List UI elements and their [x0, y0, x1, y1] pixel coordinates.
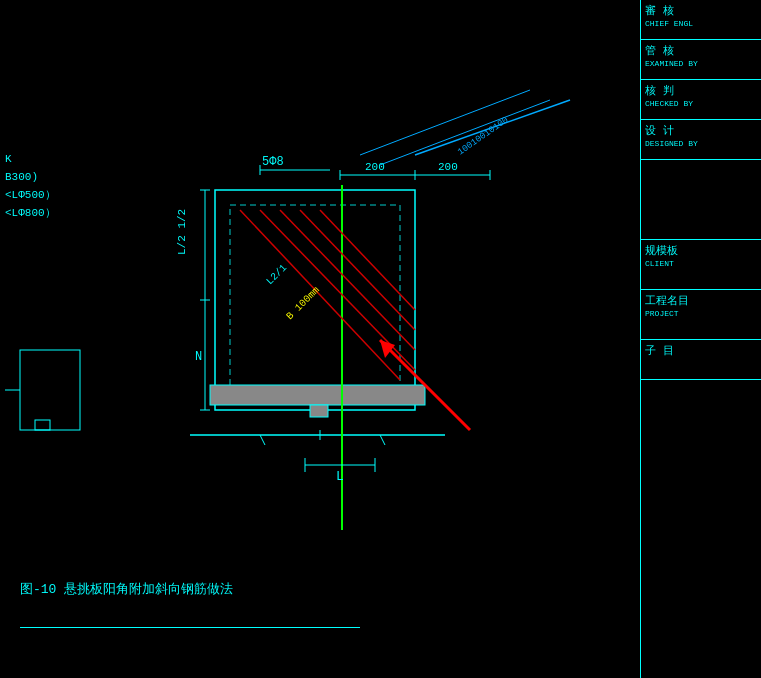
- svg-text:N: N: [195, 350, 202, 364]
- left-ann-3: <LΦ500）: [5, 186, 56, 204]
- cad-drawing: L L2/1 B 100mm: [0, 0, 640, 580]
- svg-text:10010010100: 10010010100: [456, 115, 510, 157]
- examined-by-label: EXAMINED BY: [645, 59, 757, 68]
- svg-text:B 100mm: B 100mm: [284, 285, 321, 322]
- svg-line-18: [320, 210, 415, 310]
- svg-line-16: [280, 210, 415, 350]
- project-cell: 工程名目 PROJECT: [641, 290, 761, 340]
- client-chinese: 规模板: [645, 243, 757, 258]
- svg-rect-2: [35, 420, 50, 430]
- drawing-area: L L2/1 B 100mm: [0, 0, 640, 678]
- chief-engl-cell: 審 核 CHIEF ENGL: [641, 0, 761, 40]
- svg-rect-6: [310, 405, 328, 417]
- title-underline: [20, 627, 360, 628]
- left-ann-1: K: [5, 150, 56, 168]
- empty-large-cell: [641, 160, 761, 240]
- project-label: PROJECT: [645, 309, 757, 318]
- svg-rect-0: [20, 350, 80, 430]
- svg-text:L2/1: L2/1: [264, 262, 289, 287]
- designed-by-chinese: 设 计: [645, 123, 757, 138]
- svg-rect-3: [215, 190, 415, 410]
- project-chinese: 工程名目: [645, 293, 757, 308]
- designed-by-cell: 设 计 DESIGNED BY: [641, 120, 761, 160]
- svg-text:5Φ8: 5Φ8: [262, 155, 284, 169]
- checked-by-cell: 核 判 CHECKED BY: [641, 80, 761, 120]
- title-block: 審 核 CHIEF ENGL 管 核 EXAMINED BY 核 判 CHECK…: [640, 0, 761, 678]
- sub-chinese: 子 目: [645, 343, 757, 358]
- svg-line-45: [380, 435, 385, 445]
- client-cell: 规模板 CLIENT: [641, 240, 761, 290]
- examined-by-cell: 管 核 EXAMINED BY: [641, 40, 761, 80]
- svg-text:200: 200: [365, 161, 385, 173]
- designed-by-label: DESIGNED BY: [645, 139, 757, 148]
- checked-by-label: CHECKED BY: [645, 99, 757, 108]
- chief-engl-label: CHIEF ENGL: [645, 19, 757, 28]
- svg-line-44: [260, 435, 265, 445]
- svg-text:L/2  1/2: L/2 1/2: [176, 209, 188, 255]
- chief-engl-chinese: 審 核: [645, 3, 757, 18]
- svg-rect-4: [230, 205, 400, 395]
- drawing-title: 图-10 悬挑板阳角附加斜向钢筋做法: [20, 580, 233, 598]
- svg-rect-5: [210, 385, 425, 405]
- left-ann-4: <LΦ800）: [5, 204, 56, 222]
- svg-line-14: [240, 210, 400, 380]
- client-label: CLIENT: [645, 259, 757, 268]
- svg-text:200: 200: [438, 161, 458, 173]
- sub-cell: 子 目: [641, 340, 761, 380]
- svg-marker-20: [380, 340, 395, 358]
- svg-line-22: [380, 100, 550, 165]
- svg-text:L: L: [336, 469, 344, 484]
- checked-by-chinese: 核 判: [645, 83, 757, 98]
- left-ann-2: B300): [5, 168, 56, 186]
- left-annotations: K B300) <LΦ500） <LΦ800）: [5, 150, 56, 222]
- examined-by-chinese: 管 核: [645, 43, 757, 58]
